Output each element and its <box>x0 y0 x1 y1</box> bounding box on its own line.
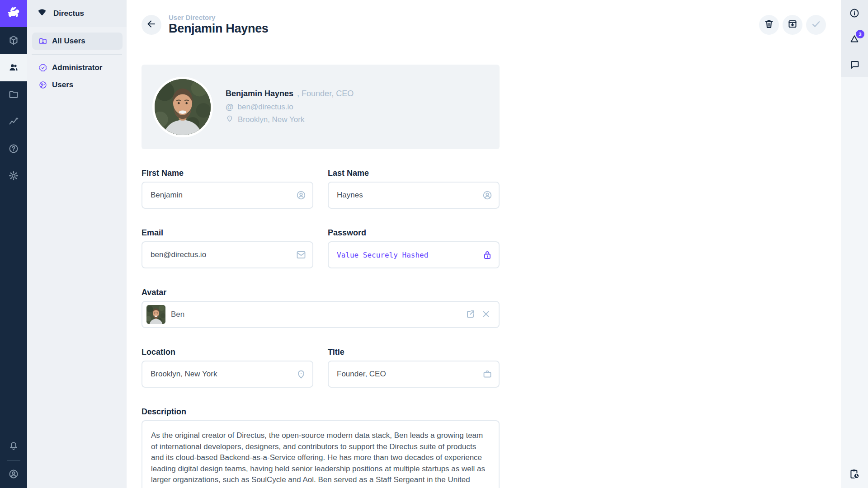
revisions-clipboard-icon <box>849 468 860 481</box>
title-field[interactable] <box>328 361 500 388</box>
directus-app: Directus All Users Administrator <box>0 0 868 488</box>
email-label: Email <box>142 228 313 238</box>
nav-item-administrator[interactable]: Administrator <box>27 59 127 76</box>
user-name: Benjamin Haynes <box>226 89 293 98</box>
password-label: Password <box>328 228 500 238</box>
check-icon <box>811 19 821 31</box>
title-label: Title <box>328 347 500 357</box>
comments-button[interactable] <box>844 55 864 75</box>
module-docs[interactable] <box>0 136 27 163</box>
verified-badge-icon <box>38 63 47 72</box>
info-button[interactable] <box>844 4 864 23</box>
module-settings[interactable] <box>0 163 27 190</box>
lock-icon <box>482 249 493 260</box>
user-summary-card: Benjamin Haynes , Founder, CEO @ ben@dir… <box>142 65 500 149</box>
user-avatar <box>152 77 213 137</box>
first-name-label: First Name <box>142 168 313 178</box>
module-bar <box>0 0 27 488</box>
briefcase-icon <box>482 369 493 380</box>
notification-badge: 3 <box>856 30 864 38</box>
module-user-directory[interactable] <box>0 54 27 81</box>
nav-divider <box>32 54 122 55</box>
insights-icon <box>8 116 19 128</box>
directus-logo[interactable] <box>0 0 27 27</box>
description-field[interactable]: As the original creator of Directus, the… <box>142 420 500 488</box>
description-label: Description <box>142 407 500 417</box>
last-name-label: Last Name <box>328 168 500 178</box>
first-name-field[interactable] <box>142 182 313 209</box>
bell-icon <box>8 441 19 453</box>
form-content: Benjamin Haynes , Founder, CEO @ ben@dir… <box>142 65 500 488</box>
module-insights[interactable] <box>0 108 27 136</box>
project-fan-icon <box>37 8 47 20</box>
at-icon: @ <box>226 103 234 111</box>
account-button[interactable] <box>0 461 27 488</box>
page-header: User Directory Benjamin Haynes <box>142 14 826 36</box>
user-form: First Name Last Name <box>142 149 500 488</box>
navigation-sidebar: Directus All Users Administrator <box>27 0 127 488</box>
user-card-info: Benjamin Haynes , Founder, CEO @ ben@dir… <box>226 89 354 125</box>
face-icon <box>38 80 47 89</box>
nav-item-label: All Users <box>52 37 85 46</box>
info-icon <box>849 8 860 20</box>
back-button[interactable] <box>142 15 161 35</box>
box-icon <box>8 35 19 47</box>
archive-button[interactable] <box>783 15 802 35</box>
right-sidebar: 3 <box>841 0 868 488</box>
module-files[interactable] <box>0 81 27 108</box>
sidebar-tools: 3 <box>841 0 868 77</box>
person-circle-icon <box>296 190 307 201</box>
avatar-file-name: Ben <box>171 310 184 319</box>
user-email: ben@directus.io <box>238 103 293 112</box>
account-circle-icon <box>8 469 19 481</box>
help-icon <box>8 143 19 155</box>
page-title: Benjamin Haynes <box>169 22 269 36</box>
map-pin-icon <box>226 114 234 125</box>
nav-item-all-users[interactable]: All Users <box>32 33 123 50</box>
close-icon <box>481 309 491 321</box>
title-block: User Directory Benjamin Haynes <box>169 14 269 36</box>
user-location-row: Brooklyn, New York <box>226 114 354 125</box>
project-header[interactable]: Directus <box>27 0 127 27</box>
password-field[interactable] <box>328 241 500 268</box>
external-link-icon <box>465 309 476 321</box>
nav-item-label: Users <box>52 80 73 89</box>
user-role: , Founder, CEO <box>297 89 354 98</box>
revisions-button[interactable] <box>844 465 864 484</box>
nav-item-label: Administrator <box>52 63 102 72</box>
folder-user-icon <box>38 37 47 46</box>
map-pin-icon <box>296 369 307 380</box>
envelope-icon <box>296 249 307 260</box>
user-email-row: @ ben@directus.io <box>226 103 354 112</box>
avatar-thumbnail <box>146 305 165 324</box>
users-icon <box>8 62 19 74</box>
clear-avatar-button[interactable] <box>481 309 491 321</box>
notifications-bell-button[interactable] <box>0 433 27 460</box>
location-label: Location <box>142 347 313 357</box>
delete-button[interactable] <box>759 15 779 35</box>
rabbit-icon <box>5 5 22 23</box>
breadcrumb[interactable]: User Directory <box>169 14 269 21</box>
project-name: Directus <box>53 9 84 18</box>
open-file-button[interactable] <box>465 309 476 321</box>
comment-icon <box>849 59 860 71</box>
person-circle-icon <box>482 190 493 201</box>
module-content[interactable] <box>0 27 27 54</box>
main-content: User Directory Benjamin Haynes <box>127 0 841 488</box>
avatar-field[interactable]: Ben <box>142 301 500 328</box>
trash-icon <box>764 19 774 31</box>
gear-icon <box>8 170 19 183</box>
nav-item-users[interactable]: Users <box>27 76 127 94</box>
archive-icon <box>787 19 798 31</box>
location-field[interactable] <box>142 361 313 388</box>
save-button[interactable] <box>806 15 826 35</box>
arrow-left-icon <box>146 19 157 31</box>
last-name-field[interactable] <box>328 182 500 209</box>
folder-icon <box>8 89 19 101</box>
header-actions <box>759 15 826 35</box>
user-location: Brooklyn, New York <box>238 115 304 124</box>
notifications-button[interactable]: 3 <box>844 29 864 49</box>
email-field[interactable] <box>142 241 313 268</box>
avatar-label: Avatar <box>142 287 500 297</box>
